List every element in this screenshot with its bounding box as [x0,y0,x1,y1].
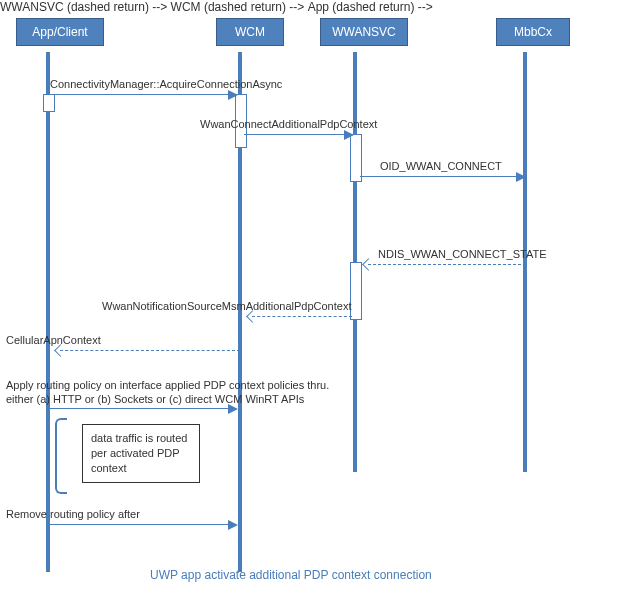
msg-label: WwanConnectAdditionalPdpContext [200,118,377,130]
brace-icon [55,418,67,494]
msg-ndis-wwan-connect-state: NDIS_WWAN_CONNECT_STATE [358,248,526,268]
msg-apply-routing-label-1: Apply routing policy on interface applie… [6,378,329,393]
msg-oid-wwan-connect: OID_WWAN_CONNECT [360,160,528,180]
lifeline-app [46,52,50,572]
msg-label: Remove routing policy after [6,508,140,520]
msg-label: NDIS_WWAN_CONNECT_STATE [378,248,546,260]
msg-label: WwanNotificationSourceMsmAdditionalPdpCo… [102,300,351,312]
sequence-diagram: App/Client WCM WWANSVC MbbCx Connectivit… [0,0,624,598]
participant-wcm: WCM [216,18,284,46]
participant-mbbcx: MbbCx [496,18,570,46]
msg-label: CellularApnContext [6,334,101,346]
diagram-caption: UWP app activate additional PDP context … [150,568,432,582]
msg-remove-routing: Remove routing policy after [50,508,240,528]
msg-wwan-connect-additional: WwanConnectAdditionalPdpContext [244,118,356,138]
msg-label: ConnectivityManager::AcquireConnectionAs… [50,78,282,90]
msg-apply-routing [50,392,240,412]
msg-acquire-connection: ConnectivityManager::AcquireConnectionAs… [50,78,240,98]
participant-wwansvc: WWANSVC [320,18,408,46]
msg-label: OID_WWAN_CONNECT [380,160,502,172]
participant-app: App/Client [16,18,104,46]
note-data-traffic: data traffic is routed per activated PDP… [82,424,200,483]
msg-cellular-apn-context: CellularApnContext [50,334,240,354]
msg-wwan-notification-source: WwanNotificationSourceMsmAdditionalPdpCo… [242,300,354,320]
